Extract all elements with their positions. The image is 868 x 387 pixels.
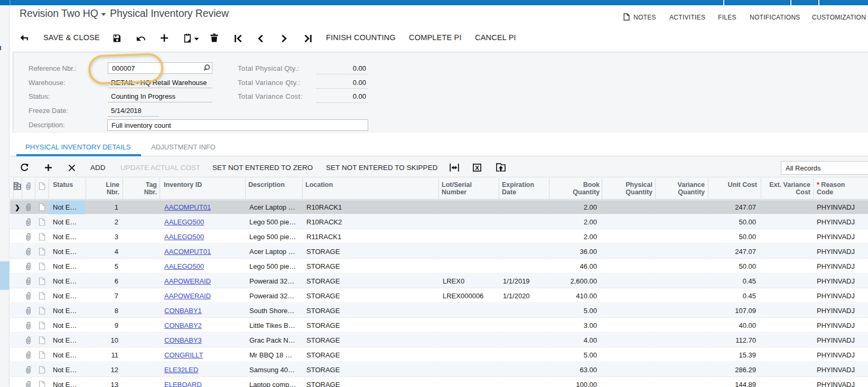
- svg-text:X: X: [475, 165, 479, 171]
